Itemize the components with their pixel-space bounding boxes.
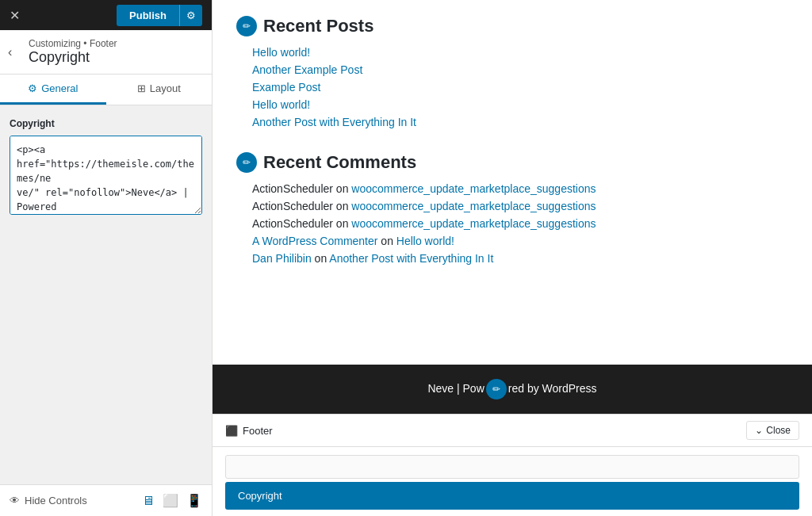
device-icons: 🖥 ⬜ 📱 bbox=[142, 493, 202, 508]
tablet-device-button[interactable]: ⬜ bbox=[163, 493, 178, 508]
comment-preposition: on bbox=[336, 217, 351, 230]
recent-posts-edit-pencil[interactable]: ✏ bbox=[236, 16, 257, 36]
chevron-down-icon: ⌄ bbox=[755, 425, 763, 436]
copyright-label: Copyright bbox=[10, 118, 202, 129]
recent-posts-list: Hello world! Another Example Post Exampl… bbox=[236, 46, 788, 128]
tab-general[interactable]: ⚙ General bbox=[0, 75, 106, 105]
comment-author-link[interactable]: Dan Philibin bbox=[252, 252, 312, 265]
preview-area: ✏ Recent Posts Hello world! Another Exam… bbox=[213, 0, 812, 365]
list-item: Another Post with Everything In It bbox=[252, 116, 788, 128]
close-chevron-button[interactable]: ⌄ Close bbox=[746, 421, 799, 440]
footer-label-bar: ⬛ Footer ⌄ Close bbox=[213, 415, 812, 447]
footer-text-rest: red by WordPress bbox=[508, 382, 597, 395]
post-link[interactable]: Another Example Post bbox=[252, 63, 362, 76]
comment-link[interactable]: woocommerce_update_marketplace_suggestio… bbox=[351, 217, 596, 230]
recent-comments-list: ActionScheduler on woocommerce_update_ma… bbox=[236, 182, 788, 265]
tab-layout[interactable]: ⊞ Layout bbox=[106, 75, 213, 105]
list-item: Another Example Post bbox=[252, 63, 788, 76]
list-item: Hello world! bbox=[252, 98, 788, 111]
layout-icon: ⊞ bbox=[137, 82, 146, 94]
site-footer: Neve | Pow✏red by WordPress bbox=[213, 365, 812, 414]
tabs-row: ⚙ General ⊞ Layout bbox=[0, 75, 212, 105]
right-main: ✏ Recent Posts Hello world! Another Exam… bbox=[213, 0, 812, 516]
footer-text-neve: Neve | Pow bbox=[427, 382, 484, 395]
post-link[interactable]: Another Post with Everything In It bbox=[252, 116, 416, 128]
comment-author: ActionScheduler bbox=[252, 200, 333, 212]
recent-posts-heading: ✏ Recent Posts bbox=[236, 16, 788, 36]
footer-label: Footer bbox=[243, 425, 273, 437]
recent-comments-heading: ✏ Recent Comments bbox=[236, 152, 788, 173]
recent-comments-edit-pencil[interactable]: ✏ bbox=[236, 152, 257, 173]
left-panel: ✕ Publish ⚙ ‹ Customizing • Footer Copyr… bbox=[0, 0, 213, 516]
post-link[interactable]: Hello world! bbox=[252, 98, 310, 111]
desktop-device-button[interactable]: 🖥 bbox=[142, 493, 155, 508]
back-button[interactable]: ‹ bbox=[8, 45, 12, 59]
comment-author-link[interactable]: A WordPress Commenter bbox=[252, 235, 377, 247]
post-link[interactable]: Hello world! bbox=[252, 46, 310, 59]
hide-controls-button[interactable]: 👁 Hide Controls bbox=[10, 495, 87, 506]
gear-icon: ⚙ bbox=[28, 82, 37, 94]
list-item: ActionScheduler on woocommerce_update_ma… bbox=[252, 217, 788, 230]
grid-area bbox=[213, 447, 812, 482]
copyright-textarea[interactable]: <p><a href="https://themeisle.com/themes… bbox=[10, 136, 202, 215]
recent-posts-title: Recent Posts bbox=[263, 16, 373, 36]
post-link[interactable]: Example Post bbox=[252, 81, 320, 94]
close-button[interactable]: ✕ bbox=[10, 8, 20, 23]
tab-general-label: General bbox=[41, 82, 78, 94]
comment-preposition: on bbox=[336, 182, 351, 195]
list-item: A WordPress Commenter on Hello world! bbox=[252, 235, 788, 247]
grid-empty-row bbox=[225, 455, 799, 479]
copyright-active-row[interactable]: Copyright bbox=[225, 482, 799, 510]
breadcrumb-area: ‹ Customizing • Footer Copyright bbox=[0, 30, 212, 75]
breadcrumb-sub: Customizing • Footer bbox=[29, 38, 202, 49]
comment-preposition: on bbox=[381, 235, 396, 247]
comment-link[interactable]: Hello world! bbox=[396, 235, 454, 247]
top-bar: ✕ Publish ⚙ bbox=[0, 0, 212, 30]
comment-preposition: on bbox=[336, 200, 351, 212]
comment-link[interactable]: woocommerce_update_marketplace_suggestio… bbox=[351, 200, 596, 212]
comment-link[interactable]: Another Post with Everything In It bbox=[329, 252, 493, 265]
list-item: Hello world! bbox=[252, 46, 788, 59]
breadcrumb-title: Copyright bbox=[29, 49, 202, 66]
footer-icon: ⬛ bbox=[225, 425, 238, 437]
publish-btn-group: Publish ⚙ bbox=[117, 5, 202, 26]
bottom-bar: 👁 Hide Controls 🖥 ⬜ 📱 bbox=[0, 484, 212, 516]
publish-gear-button[interactable]: ⚙ bbox=[179, 5, 202, 26]
comment-link[interactable]: woocommerce_update_marketplace_suggestio… bbox=[351, 182, 596, 195]
comment-author: ActionScheduler bbox=[252, 217, 333, 230]
comment-author: ActionScheduler bbox=[252, 182, 333, 195]
list-item: ActionScheduler on woocommerce_update_ma… bbox=[252, 200, 788, 212]
list-item: Dan Philibin on Another Post with Everyt… bbox=[252, 252, 788, 265]
list-item: Example Post bbox=[252, 81, 788, 94]
close-button-label: Close bbox=[766, 425, 791, 436]
bottom-controls: ⬛ Footer ⌄ Close Copyright bbox=[213, 414, 812, 516]
hide-controls-label: Hide Controls bbox=[25, 495, 87, 506]
publish-button[interactable]: Publish bbox=[117, 5, 179, 26]
footer-edit-pencil[interactable]: ✏ bbox=[486, 379, 507, 399]
tab-layout-label: Layout bbox=[150, 82, 181, 94]
recent-comments-title: Recent Comments bbox=[263, 152, 416, 173]
eye-icon: 👁 bbox=[10, 495, 20, 506]
comment-preposition: on bbox=[315, 252, 330, 265]
list-item: ActionScheduler on woocommerce_update_ma… bbox=[252, 182, 788, 195]
footer-tag: ⬛ Footer bbox=[225, 425, 273, 437]
mobile-device-button[interactable]: 📱 bbox=[186, 493, 202, 508]
panel-content: Copyright <p><a href="https://themeisle.… bbox=[0, 105, 212, 484]
